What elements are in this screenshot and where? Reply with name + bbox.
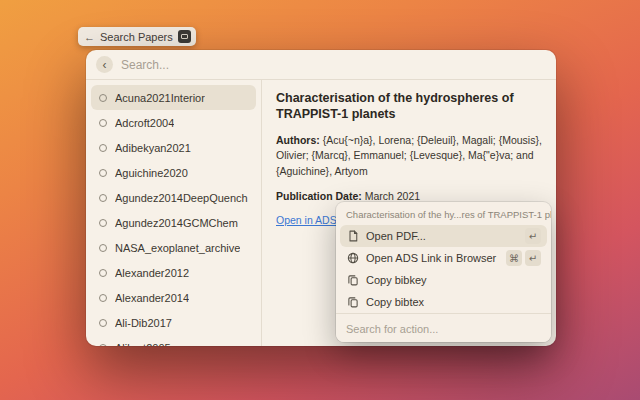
shortcut-keys: ↵ <box>525 228 541 244</box>
paper-authors: Authors: {Acu{~n}a}, Lorena; {Deleuil}, … <box>276 133 542 180</box>
paper-title: Characterisation of the hydrospheres of … <box>276 90 542 123</box>
search-input[interactable] <box>121 58 546 72</box>
shortcut-keys: ⌘ ↵ <box>506 250 541 266</box>
list-item-agundez2014deepquench[interactable]: Agundez2014DeepQuench <box>91 185 256 210</box>
list-item-adcroft2004[interactable]: Adcroft2004 <box>91 110 256 135</box>
circle-bullet-icon <box>99 94 107 102</box>
copy-icon <box>346 296 359 309</box>
globe-icon <box>346 252 359 265</box>
list-item-label: Adibekyan2021 <box>115 142 191 154</box>
action-menu-header: Characterisation of the hy...res of TRAP… <box>336 202 551 225</box>
list-item-label: Agundez2014GCMChem <box>115 217 238 229</box>
list-item-alexander2012[interactable]: Alexander2012 <box>91 260 256 285</box>
list-item-alibert2005[interactable]: Alibert2005 <box>91 335 256 346</box>
launcher-pill[interactable]: ← Search Papers <box>78 27 196 46</box>
circle-bullet-icon <box>99 244 107 252</box>
back-arrow-icon: ← <box>84 31 95 43</box>
list-item-label: Adcroft2004 <box>115 117 174 129</box>
circle-bullet-icon <box>99 169 107 177</box>
list-item-label: Alibert2005 <box>115 342 171 347</box>
list-item-label: Ali-Dib2017 <box>115 317 172 329</box>
list-item-aguichine2020[interactable]: Aguichine2020 <box>91 160 256 185</box>
extension-icon <box>178 30 191 43</box>
publication-date-label: Publication Date: <box>276 190 362 202</box>
menu-item-label: Open PDF... <box>366 230 518 242</box>
copy-icon <box>346 274 359 287</box>
return-key-badge: ↵ <box>525 250 541 266</box>
action-menu: Characterisation of the hy...res of TRAP… <box>336 202 551 342</box>
list-item-label: Acuna2021Interior <box>115 92 205 104</box>
circle-bullet-icon <box>99 119 107 127</box>
list-item-label: Agundez2014DeepQuench <box>115 192 248 204</box>
list-item-alexander2014[interactable]: Alexander2014 <box>91 285 256 310</box>
list-item-agundez2014gcmchem[interactable]: Agundez2014GCMChem <box>91 210 256 235</box>
list-item-label: NASA_exoplanet_archive <box>115 242 240 254</box>
publication-date-value: March 2021 <box>362 190 420 202</box>
menu-item-copy-bibkey[interactable]: Copy bibkey <box>340 269 547 291</box>
list-item-label: Alexander2012 <box>115 267 189 279</box>
open-in-ads-link[interactable]: Open in ADS <box>276 214 337 226</box>
list-item-ali-dib2017[interactable]: Ali-Dib2017 <box>91 310 256 335</box>
authors-label: Authors: <box>276 134 320 146</box>
action-menu-list: Open PDF... ↵ Open ADS Link in Browser ⌘… <box>336 225 551 313</box>
list-item-label: Alexander2014 <box>115 292 189 304</box>
menu-item-label: Open ADS Link in Browser <box>366 252 499 264</box>
action-search-input[interactable] <box>346 323 541 335</box>
action-search-bar <box>336 313 551 342</box>
search-bar: ‹ <box>86 50 556 79</box>
list-item-nasa-exoplanet-archive[interactable]: NASA_exoplanet_archive <box>91 235 256 260</box>
document-icon <box>346 230 359 243</box>
menu-item-open-ads-link[interactable]: Open ADS Link in Browser ⌘ ↵ <box>340 247 547 269</box>
launcher-pill-label: Search Papers <box>100 31 173 43</box>
list-item-label: Aguichine2020 <box>115 167 188 179</box>
circle-bullet-icon <box>99 269 107 277</box>
menu-item-label: Copy bibtex <box>366 296 534 308</box>
circle-bullet-icon <box>99 194 107 202</box>
circle-bullet-icon <box>99 319 107 327</box>
menu-item-copy-bibtex[interactable]: Copy bibtex <box>340 291 547 313</box>
list-item-adibekyan2021[interactable]: Adibekyan2021 <box>91 135 256 160</box>
command-key-badge: ⌘ <box>506 250 522 266</box>
paper-list: Acuna2021Interior Adcroft2004 Adibekyan2… <box>86 80 262 346</box>
circle-bullet-icon <box>99 344 107 347</box>
circle-bullet-icon <box>99 219 107 227</box>
publication-date: Publication Date: March 2021 <box>276 190 542 202</box>
circle-bullet-icon <box>99 144 107 152</box>
back-button[interactable]: ‹ <box>96 56 113 73</box>
menu-item-label: Copy bibkey <box>366 274 534 286</box>
list-item-acuna2021interior[interactable]: Acuna2021Interior <box>91 85 256 110</box>
menu-item-open-pdf[interactable]: Open PDF... ↵ <box>340 225 547 247</box>
circle-bullet-icon <box>99 294 107 302</box>
return-key-badge: ↵ <box>525 228 541 244</box>
